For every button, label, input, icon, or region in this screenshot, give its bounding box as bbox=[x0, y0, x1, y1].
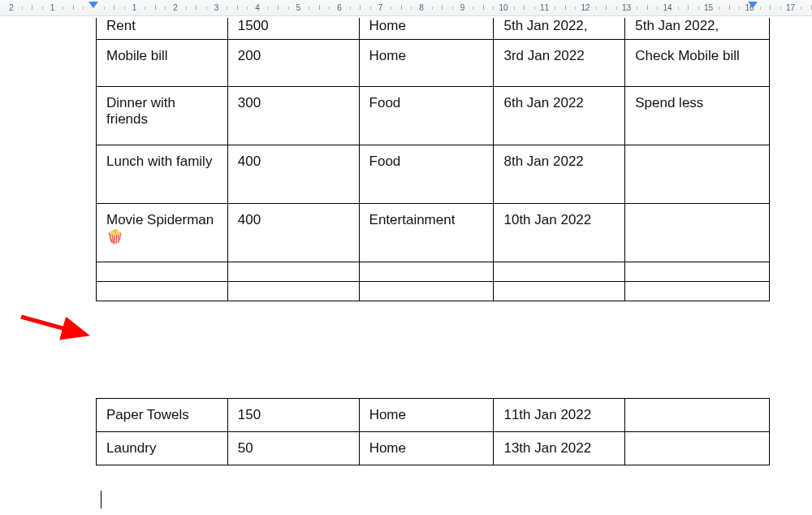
ruler-number: 8 bbox=[419, 3, 424, 12]
table-cell[interactable]: 300 bbox=[227, 87, 359, 145]
ruler-number: 5 bbox=[296, 3, 301, 12]
table-cell[interactable] bbox=[227, 282, 359, 301]
ruler-number: 12 bbox=[581, 3, 590, 12]
table-cell[interactable]: Home bbox=[359, 399, 494, 432]
table-cell[interactable]: Food bbox=[359, 87, 494, 145]
table-cell[interactable]: 6th Jan 2022 bbox=[494, 87, 625, 145]
ruler-number: 11 bbox=[540, 3, 549, 12]
annotation-arrow-icon bbox=[18, 310, 99, 343]
table-cell[interactable]: Lunch with family bbox=[97, 145, 228, 204]
table-cell[interactable]: 13th Jan 2022 bbox=[494, 432, 625, 465]
table-cell[interactable]: 1500 bbox=[227, 18, 359, 40]
table-cell[interactable]: Movie Spiderman 🍿 bbox=[97, 204, 228, 262]
table-row[interactable]: Dinner with friends300Food6th Jan 2022Sp… bbox=[97, 87, 770, 145]
table-cell[interactable]: Check Mobile bill bbox=[625, 40, 770, 87]
table-cell[interactable]: 3rd Jan 2022 bbox=[494, 40, 625, 87]
table-cell[interactable]: Laundry bbox=[97, 432, 228, 465]
table-cell[interactable]: Entertainment bbox=[359, 204, 494, 262]
table-cell[interactable] bbox=[625, 432, 770, 465]
horizontal-ruler[interactable]: 211234567891011121314151617 bbox=[0, 0, 812, 16]
table-cell[interactable]: 200 bbox=[227, 40, 359, 87]
table-row[interactable]: Mobile bill200Home3rd Jan 2022Check Mobi… bbox=[97, 40, 770, 87]
table-row[interactable]: Lunch with family400Food8th Jan 2022 bbox=[97, 145, 770, 204]
ruler-number: 1 bbox=[132, 3, 137, 12]
table-cell[interactable] bbox=[625, 145, 770, 204]
table-cell[interactable]: 400 bbox=[227, 204, 359, 262]
ruler-number: 17 bbox=[786, 3, 795, 12]
table-row[interactable]: Movie Spiderman 🍿400Entertainment10th Ja… bbox=[97, 204, 770, 262]
table-cell[interactable]: Food bbox=[359, 145, 494, 204]
ruler-number: 7 bbox=[378, 3, 383, 12]
table-cell[interactable] bbox=[494, 282, 625, 301]
table-cell[interactable] bbox=[625, 204, 770, 262]
ruler-number: 15 bbox=[704, 3, 713, 12]
ruler-number: 10 bbox=[499, 3, 508, 12]
table-cell[interactable]: Home bbox=[359, 18, 494, 40]
table-cell[interactable]: 150 bbox=[227, 399, 359, 432]
table-row[interactable] bbox=[97, 282, 770, 301]
table-cell[interactable]: Dinner with friends bbox=[97, 87, 228, 145]
table-cell[interactable] bbox=[227, 262, 359, 282]
svg-line-0 bbox=[21, 317, 86, 335]
table-cell[interactable] bbox=[97, 282, 228, 301]
table-cell[interactable]: 11th Jan 2022 bbox=[494, 399, 625, 432]
table-cell[interactable]: Home bbox=[359, 40, 494, 87]
table-cell[interactable] bbox=[97, 262, 228, 282]
table-cell[interactable]: 5th Jan 2022, bbox=[625, 18, 770, 40]
table-cell[interactable] bbox=[625, 282, 770, 301]
ruler-number: 4 bbox=[255, 3, 260, 12]
table-cell[interactable] bbox=[625, 399, 770, 432]
table-cell[interactable]: 8th Jan 2022 bbox=[494, 145, 625, 204]
ruler-number: 13 bbox=[622, 3, 631, 12]
table-cell[interactable] bbox=[359, 282, 494, 301]
text-cursor bbox=[101, 491, 102, 509]
table-row[interactable] bbox=[97, 262, 770, 282]
ruler-number: 2 bbox=[173, 3, 178, 12]
ruler-number: 3 bbox=[214, 3, 219, 12]
ruler-number: 2 bbox=[9, 3, 14, 12]
table-cell[interactable]: Spend less bbox=[625, 87, 770, 145]
table-cell[interactable]: 400 bbox=[227, 145, 359, 204]
table-cell[interactable]: Home bbox=[359, 432, 494, 465]
ruler-number: 14 bbox=[663, 3, 672, 12]
ruler-number: 1 bbox=[50, 3, 55, 12]
table-cell[interactable]: 10th Jan 2022 bbox=[494, 204, 625, 262]
table-row[interactable]: Rent1500Home5th Jan 2022,5th Jan 2022, bbox=[97, 18, 770, 40]
left-indent-marker[interactable] bbox=[89, 2, 98, 8]
table-cell[interactable] bbox=[625, 262, 770, 282]
ruler-number: 9 bbox=[460, 3, 465, 12]
table-cell[interactable] bbox=[359, 262, 494, 282]
table-cell[interactable]: Mobile bill bbox=[97, 40, 228, 87]
expenses-table-1[interactable]: Rent1500Home5th Jan 2022,5th Jan 2022,Mo… bbox=[96, 18, 770, 301]
table-row[interactable]: Paper Towels150Home11th Jan 2022 bbox=[97, 399, 770, 432]
table-cell[interactable]: Rent bbox=[97, 18, 228, 40]
expenses-table-2[interactable]: Paper Towels150Home11th Jan 2022Laundry5… bbox=[96, 398, 770, 465]
ruler-number: 6 bbox=[337, 3, 342, 12]
table-row[interactable]: Laundry50Home13th Jan 2022 bbox=[97, 432, 770, 465]
right-indent-marker[interactable] bbox=[748, 2, 758, 8]
table-cell[interactable]: 5th Jan 2022, bbox=[494, 18, 625, 40]
table-cell[interactable] bbox=[494, 262, 625, 282]
table-cell[interactable]: 50 bbox=[227, 432, 359, 465]
table-cell[interactable]: Paper Towels bbox=[97, 399, 228, 432]
